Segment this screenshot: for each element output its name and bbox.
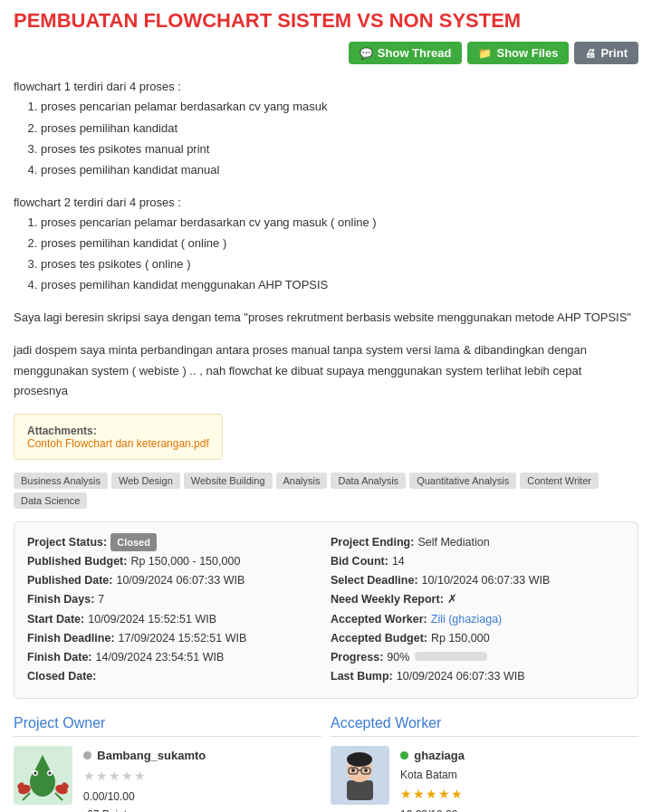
list-item: proses pemilihan kandidat ( online )	[41, 234, 638, 253]
svg-point-21	[364, 769, 368, 772]
finish-days-row: Finish Days: 7	[27, 590, 321, 609]
bid-count-label: Bid Count:	[331, 552, 388, 571]
comment-icon: 💬	[360, 47, 373, 60]
start-date-value: 10/09/2024 15:52:51 WIB	[88, 610, 216, 629]
svg-rect-14	[347, 780, 373, 800]
info-left-col: Project Status: Closed Published Budget:…	[27, 533, 321, 687]
budget-value: Rp 150,000 - 150,000	[130, 552, 240, 571]
flowchart2-heading: flowchart 2 terdiri dari 4 proses :	[14, 193, 638, 213]
owner-name: Bambang_sukamto	[97, 749, 206, 762]
finish-date-label: Finish Date:	[27, 648, 92, 667]
bid-count-value: 14	[392, 552, 405, 571]
accepted-budget-row: Accepted Budget: Rp 150,000	[331, 629, 625, 648]
progress-label: Progress:	[331, 648, 383, 667]
show-thread-button[interactable]: 💬 Show Thread	[349, 42, 463, 64]
last-bump-row: Last Bump: 10/09/2024 06:07:33 WIB	[331, 667, 625, 686]
finish-days-value: 7	[98, 590, 104, 609]
project-info-box: Project Status: Closed Published Budget:…	[14, 521, 638, 699]
file-icon: 📁	[478, 47, 492, 60]
svg-point-4	[34, 771, 37, 774]
budget-label: Published Budget:	[27, 552, 127, 571]
finish-deadline-label: Finish Deadline:	[27, 629, 115, 648]
description1-text: Saya lagi beresin skripsi saya dengan te…	[14, 308, 638, 328]
finish-deadline-value: 17/09/2024 15:52:51 WIB	[119, 629, 247, 648]
list-item: proses pemilihan kandidat manual	[41, 160, 638, 180]
project-owner-panel: Project Owner	[14, 715, 321, 812]
owner-avatar-wrap	[14, 746, 72, 805]
published-date-label: Published Date:	[27, 571, 112, 590]
project-status-label: Project Status:	[27, 533, 107, 552]
project-status-row: Project Status: Closed	[27, 533, 321, 552]
owner-avatar	[14, 746, 72, 805]
worker-stars: ★★★★★	[400, 787, 464, 801]
toolbar: 💬 Show Thread 📁 Show Files 🖨 Print	[14, 42, 638, 64]
worker-info: ghaziaga Kota Batam ★★★★★ 10.00/10.00 40…	[400, 746, 506, 812]
bid-count-row: Bid Count: 14	[331, 552, 625, 571]
accepted-worker-title: Accepted Worker	[331, 715, 638, 737]
tag-content-writer: Content Writer	[520, 473, 599, 489]
closed-date-row: Closed Date:	[27, 667, 321, 686]
start-date-row: Start Date: 10/09/2024 15:52:51 WIB	[27, 610, 321, 629]
progress-value: 90%	[387, 648, 409, 667]
worker-avatar-wrap	[331, 746, 389, 805]
project-owner-title: Project Owner	[14, 715, 321, 737]
closed-date-label: Closed Date:	[27, 667, 96, 686]
list-item: proses pemilihan kandidat menggunakan AH…	[41, 275, 638, 295]
worker-name: ghaziaga	[414, 749, 465, 762]
info-grid: Project Status: Closed Published Budget:…	[27, 533, 625, 687]
flowchart2-list: proses pencarian pelamar berdasarkan cv …	[41, 213, 638, 295]
svg-point-20	[351, 769, 355, 772]
finish-days-label: Finish Days:	[27, 590, 94, 609]
owners-section: Project Owner	[14, 715, 638, 812]
accepted-budget-value: Rp 150,000	[431, 629, 490, 648]
tag-quantitative-analysis: Quantitative Analysis	[409, 473, 516, 489]
budget-row: Published Budget: Rp 150,000 - 150,000	[27, 552, 321, 571]
finish-date-value: 14/09/2024 23:54:51 WIB	[96, 648, 225, 667]
finish-deadline-row: Finish Deadline: 17/09/2024 15:52:51 WIB	[27, 629, 321, 648]
print-button[interactable]: 🖨 Print	[574, 42, 638, 64]
accepted-worker-link[interactable]: Zili (ghaziaga)	[431, 610, 503, 629]
ending-label: Project Ending:	[331, 533, 414, 552]
progress-row: Progress: 90%	[331, 648, 625, 667]
accepted-worker-row: Accepted Worker: Zili (ghaziaga)	[331, 610, 625, 629]
attachment-box: Attachments: Contoh Flowchart dan ketera…	[14, 414, 223, 460]
flowchart1-heading: flowchart 1 terdiri dari 4 proses :	[14, 77, 638, 97]
print-icon: 🖨	[585, 47, 596, 60]
owner-info: Bambang_sukamto ★★★★★ 0.00/10.00 -67 Poi…	[83, 746, 206, 812]
tag-website-building: Website Building	[184, 473, 273, 489]
svg-point-6	[49, 771, 52, 774]
progress-bar-container	[415, 652, 487, 661]
last-bump-label: Last Bump:	[331, 667, 393, 686]
owner-card: Bambang_sukamto ★★★★★ 0.00/10.00 -67 Poi…	[14, 746, 321, 812]
worker-online-dot	[400, 751, 408, 759]
svg-point-16	[347, 752, 372, 767]
owner-stars: ★★★★★	[83, 769, 147, 783]
select-deadline-label: Select Deadline:	[331, 571, 418, 590]
owner-online-dot	[83, 751, 91, 759]
owner-points: -67 Point	[83, 806, 206, 812]
attachment-link[interactable]: Contoh Flowchart dan keterangan.pdf	[27, 437, 209, 450]
description2-section: jadi dospem saya minta perbandingan anta…	[14, 340, 638, 400]
list-item: proses pemilihan kandidat	[41, 119, 638, 139]
page-title: PEMBUATAN FLOWCHART SISTEM VS NON SYSTEM	[14, 9, 638, 33]
tags-row: Business Analysis Web Design Website Bui…	[14, 473, 638, 509]
list-item: proses pencarian pelamar berdasarkan cv …	[41, 97, 638, 117]
published-date-row: Published Date: 10/09/2024 06:07:33 WIB	[27, 571, 321, 590]
attachment-label: Attachments:	[27, 425, 97, 437]
published-date-value: 10/09/2024 06:07:33 WIB	[116, 571, 244, 590]
tag-business-analysis: Business Analysis	[14, 473, 108, 489]
worker-location: Kota Batam	[400, 766, 506, 784]
start-date-label: Start Date:	[27, 610, 84, 629]
worker-card: ghaziaga Kota Batam ★★★★★ 10.00/10.00 40…	[331, 746, 638, 812]
tag-data-science: Data Science	[14, 492, 87, 509]
finish-date-row: Finish Date: 14/09/2024 23:54:51 WIB	[27, 648, 321, 667]
last-bump-value: 10/09/2024 06:07:33 WIB	[397, 667, 525, 686]
accepted-worker-label: Accepted Worker:	[331, 610, 427, 629]
info-right-col: Project Ending: Self Mediation Bid Count…	[331, 533, 625, 687]
worker-rating: 10.00/10.00	[400, 806, 506, 812]
worker-avatar	[331, 746, 389, 805]
ending-row: Project Ending: Self Mediation	[331, 533, 625, 552]
list-item: proses tes psikotes manual print	[41, 139, 638, 159]
tag-analysis: Analysis	[276, 473, 328, 489]
show-files-button[interactable]: 📁 Show Files	[467, 42, 569, 64]
